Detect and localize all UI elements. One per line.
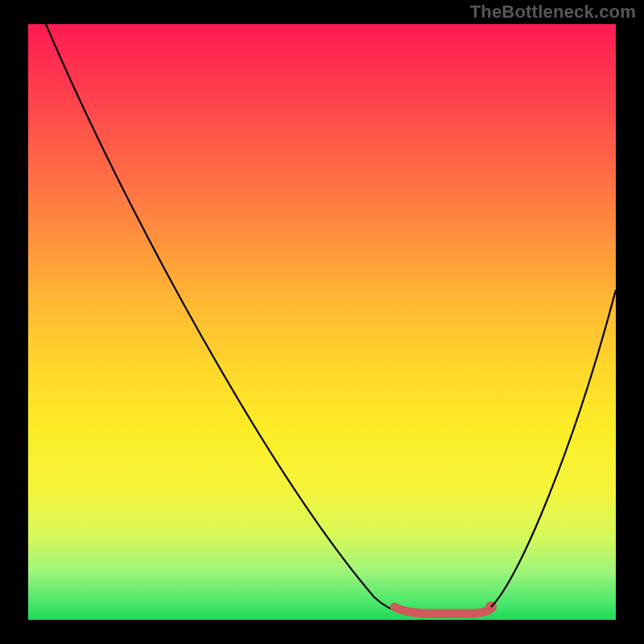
attribution-text: TheBottleneck.com bbox=[470, 2, 636, 23]
plot-area bbox=[28, 24, 616, 620]
curve-svg bbox=[28, 24, 616, 620]
optimum-band bbox=[394, 607, 489, 613]
chart-frame: TheBottleneck.com bbox=[0, 0, 644, 644]
bottleneck-curve-right bbox=[491, 290, 616, 607]
bottleneck-curve-left bbox=[46, 24, 400, 612]
